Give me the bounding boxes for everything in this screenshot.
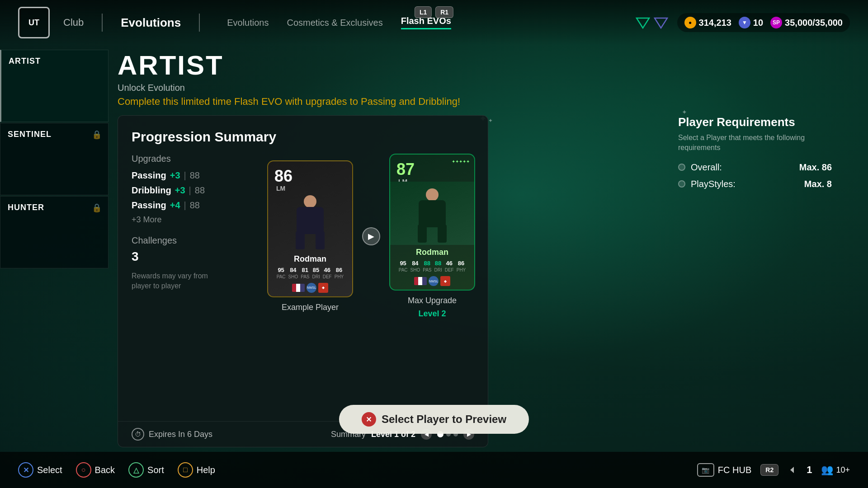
req-val-playstyles: Max. 8 (804, 179, 832, 189)
sidebar-label-artist: ARTIST (9, 56, 41, 66)
action-sort[interactable]: △ Sort (128, 462, 164, 478)
upgraded-card-decoration: 87 LM ✦✦✦✦✦ (390, 155, 474, 182)
progression-title: Progression Summary (132, 129, 474, 145)
league-badge: NWSL (307, 283, 316, 293)
fc-hub-label: FC HUB (718, 465, 751, 475)
pts-value: 10 (753, 18, 763, 28)
rewards-note: Rewards may vary fromplayer to player (132, 271, 249, 291)
triangle-down-icon-2 (654, 15, 668, 30)
upgrade-num-3: 88 (190, 200, 200, 211)
sentinel-lock-icon: 🔒 (92, 130, 102, 140)
select-action-label: Select (37, 465, 62, 475)
example-player-card: 86 LM Rodman 95PAC (267, 160, 353, 297)
upgraded-usa-flag (414, 277, 427, 285)
clock-icon: ⏱ (132, 428, 144, 441)
triangle-button: △ (128, 462, 144, 478)
select-player-button[interactable]: ✕ Select Player to Preview (339, 405, 529, 434)
person-icon: 👥 (821, 464, 833, 476)
nav-right: ● 314,213 ▼ 10 SP 35,000/35,000 (636, 13, 850, 32)
select-player-label: Select Player to Preview (382, 413, 506, 426)
svg-marker-2 (790, 467, 794, 473)
upgraded-card-stats: 95PAC 84SHO 88PAS 88DRI 46DEF 86PHY (395, 258, 470, 276)
req-val-overall: Max. 86 (799, 162, 832, 173)
pts-icon: ▼ (739, 17, 750, 28)
sidebar-item-artist[interactable]: ARTIST (0, 50, 108, 122)
bottom-actions: ✕ Select ○ Back △ Sort □ Help (18, 462, 215, 478)
x-button-icon: ✕ (362, 412, 376, 427)
count-number: 1 (807, 464, 812, 476)
upgrades-label: Upgrades (132, 154, 249, 164)
upgraded-card-name: Rodman (414, 245, 450, 258)
upgraded-club-badge: ◆ (440, 276, 450, 286)
upgrade-row-2: Dribbling +3 | 88 (132, 185, 249, 196)
subnav-evolutions[interactable]: Evolutions (227, 18, 269, 28)
expires-label: Expires In 6 Days (149, 430, 212, 439)
req-row-playstyles: PlayStyles: Max. 8 (678, 179, 832, 189)
coins-value: 314,213 (699, 18, 731, 28)
upgrade-num-1: 88 (190, 170, 200, 181)
example-card-label: Example Player (282, 303, 339, 312)
fc-hub-button[interactable]: 📷 FC HUB (697, 463, 751, 477)
sort-action-label: Sort (147, 465, 164, 475)
action-help[interactable]: □ Help (178, 462, 215, 478)
upgrade-plus-3: +4 (170, 200, 180, 211)
max-level-label: Level 2 (418, 309, 446, 319)
sp-display: SP 35,000/35,000 (770, 17, 843, 28)
bottom-bar: ✕ Select ○ Back △ Sort □ Help 📷 FC HUB R… (0, 452, 868, 488)
upgraded-card-flags: NWSL ◆ (410, 276, 454, 290)
sp-icon: SP (770, 17, 782, 28)
sp-value: 35,000/35,000 (785, 18, 843, 28)
action-back[interactable]: ○ Back (76, 462, 115, 478)
max-upgrade-label: Max Upgrade (408, 296, 457, 305)
upgraded-league-badge: NWSL (429, 276, 439, 286)
nav-divider (102, 14, 103, 32)
l1-button[interactable]: L1 (415, 6, 432, 18)
next-arrow-button[interactable]: ▶ (362, 227, 380, 245)
expires-row: ⏱ Expires In 6 Days (132, 428, 212, 441)
svg-marker-1 (655, 18, 667, 28)
flash-description: Complete this limited time Flash EVO wit… (118, 96, 832, 108)
subnav-cosmetics[interactable]: Cosmetics & Exclusives (287, 18, 382, 28)
example-card-stats: 95PAC 84SHO 81PAS 85DRI 46DEF 86PHY (273, 265, 348, 283)
upgrade-row-3: Passing +4 | 88 (132, 200, 249, 211)
req-name-overall: Overall: (691, 162, 794, 173)
r1-button[interactable]: R1 (435, 6, 453, 18)
sidebar-item-hunter[interactable]: HUNTER 🔒 (0, 196, 108, 268)
cards-area: 86 LM Rodman 95PAC (267, 154, 475, 319)
requirements-title: Player Requirements (678, 115, 832, 129)
upgrade-name-3: Passing (132, 200, 166, 211)
action-select[interactable]: ✕ Select (18, 462, 62, 478)
x-button: ✕ (18, 462, 33, 478)
upgrade-name-2: Dribbling (132, 185, 171, 196)
coin-icon: ● (684, 17, 696, 28)
count-label: 10+ (836, 465, 850, 475)
requirements-panel: Player Requirements Select a Player that… (678, 115, 832, 196)
max-upgrade-card: 87 LM ✦✦✦✦✦ Rodman (389, 154, 475, 291)
camera-icon: 📷 (697, 463, 714, 477)
challenges-label: Challenges (132, 235, 249, 246)
square-button: □ (178, 462, 193, 478)
controller-hints-top: L1 R1 (415, 6, 453, 18)
nav-divider-2 (199, 14, 200, 32)
upgraded-card-rating: 87 (396, 160, 415, 179)
more-upgrades-label: +3 More (132, 215, 249, 225)
svg-marker-0 (637, 18, 649, 28)
upgrades-column: Upgrades Passing +3 | 88 Dribbling +3 | … (132, 154, 249, 319)
main-title-area: ARTIST Unlock Evolution Complete this li… (118, 50, 832, 108)
sidebar-item-sentinel[interactable]: SENTINEL 🔒 (0, 123, 108, 195)
req-dot-playstyles (678, 180, 685, 188)
example-card-name: Rodman (292, 252, 328, 265)
upgrade-name-1: Passing (132, 170, 166, 181)
nav-links: Club Evolutions Evolutions Cosmetics & E… (63, 14, 451, 32)
nav-evolutions[interactable]: Evolutions (121, 16, 181, 30)
example-card-flags: NWSL ◆ (288, 283, 332, 296)
example-card-rating: 86 (274, 167, 292, 186)
example-card-image (268, 188, 352, 252)
upgraded-card-image (390, 182, 474, 245)
req-dot-overall (678, 164, 685, 171)
club-badge: ◆ (318, 283, 328, 293)
unlock-label: Unlock Evolution (118, 83, 832, 93)
player-count: 👥 10+ (821, 464, 850, 476)
nav-club[interactable]: Club (63, 17, 84, 28)
bottom-right: 📷 FC HUB R2 1 👥 10+ (697, 463, 850, 477)
